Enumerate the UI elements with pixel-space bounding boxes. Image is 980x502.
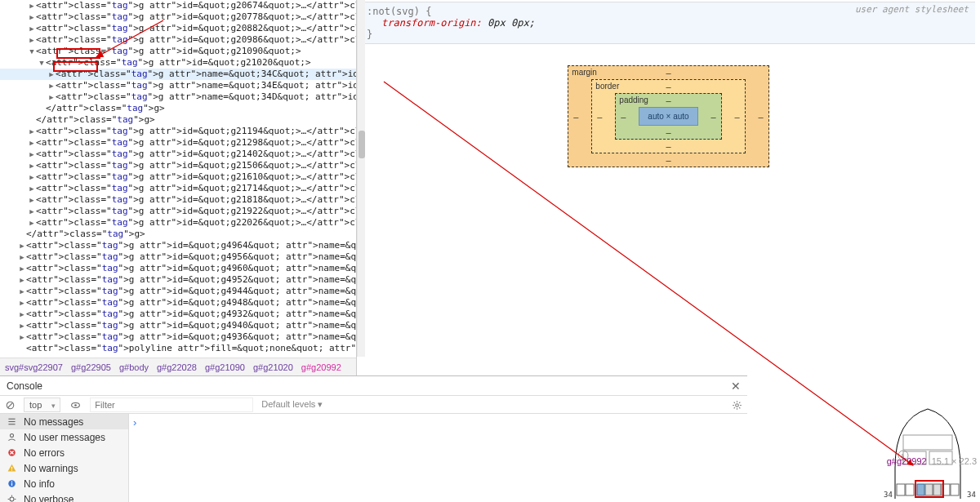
svg-line-10 xyxy=(739,407,740,408)
breadcrumb-item[interactable]: g#body xyxy=(119,362,149,372)
tree-row[interactable]: ▼<attr">class="tag">g attr">id=&quot;g21… xyxy=(0,57,356,69)
breadcrumb[interactable]: svg#svg22907g#g22905g#bodyg#g22028g#g210… xyxy=(0,358,356,375)
css-rule[interactable]: user agent stylesheet :not(svg) { transf… xyxy=(360,2,975,43)
live-expression-icon[interactable] xyxy=(69,398,82,410)
svg-point-25 xyxy=(10,497,14,501)
svg-rect-35 xyxy=(897,484,905,495)
svg-rect-24 xyxy=(11,482,12,482)
svg-line-12 xyxy=(734,407,735,408)
info-icon xyxy=(7,478,17,489)
svg-line-11 xyxy=(739,402,740,402)
log-levels[interactable]: Default levels ▾ xyxy=(261,399,323,410)
svg-line-9 xyxy=(734,402,735,402)
tree-row[interactable]: </attr">class="tag">g> xyxy=(0,114,356,126)
console-filter-list[interactable]: No messages xyxy=(0,414,128,429)
tree-row[interactable]: ▶<attr">class="tag">g attr">id=&quot;g49… xyxy=(0,331,356,343)
svg-rect-38 xyxy=(951,484,959,495)
selected-seat-group[interactable] xyxy=(915,481,943,497)
tree-row[interactable]: ▶<attr">class="tag">g attr">id=&quot;g20… xyxy=(0,11,356,23)
tree-row[interactable]: ▼<attr">class="tag">g attr">id=&quot;g21… xyxy=(0,46,356,57)
tree-row[interactable]: ▶<attr">class="tag">g attr">id=&quot;g21… xyxy=(0,194,356,206)
tree-row[interactable]: ▶<attr">class="tag">g attr">name=&quot;3… xyxy=(0,80,356,91)
warn-icon xyxy=(7,463,17,473)
breadcrumb-item[interactable]: g#g21020 xyxy=(253,362,293,372)
svg-rect-40 xyxy=(925,484,933,495)
user-icon xyxy=(7,432,17,442)
verbose-icon xyxy=(7,494,17,502)
breadcrumb-item[interactable]: g#g20992 xyxy=(301,362,341,372)
tree-row[interactable]: ▶<attr">class="tag">g attr">id=&quot;g49… xyxy=(0,274,356,286)
tree-row[interactable]: ▶<attr">class="tag">g attr">id=&quot;g21… xyxy=(0,126,356,137)
dom-tree[interactable]: ▶<attr">class="tag">g attr">id=&quot;g20… xyxy=(0,0,356,358)
row-label: 34 xyxy=(884,491,893,499)
svg-rect-20 xyxy=(11,467,12,469)
tree-row[interactable]: ▶<attr">class="tag">g attr">id=&quot;g20… xyxy=(0,34,356,46)
scrollbar-thumb[interactable] xyxy=(359,131,365,158)
clear-console-icon[interactable] xyxy=(5,398,16,410)
box-label-padding: padding xyxy=(619,96,648,104)
tree-row[interactable]: ▶<attr">class="tag">g attr">name=&quot;3… xyxy=(0,69,356,80)
css-property-name[interactable]: transform-origin xyxy=(381,17,476,29)
console-drawer: Console ✕ top Default levels ▾ No messag… xyxy=(0,375,747,502)
tree-row[interactable]: ▶<attr">class="tag">g attr">id=&quot;g20… xyxy=(0,23,356,34)
console-filter-user[interactable]: No user messages xyxy=(0,429,128,445)
console-title: Console xyxy=(7,380,42,392)
tree-row[interactable]: ▶<attr">class="tag">g attr">id=&quot;g49… xyxy=(0,240,356,251)
row-label: 34 xyxy=(967,491,976,499)
css-property-value[interactable]: 0px 0px; xyxy=(488,17,535,29)
svg-rect-21 xyxy=(11,469,12,470)
gear-icon[interactable] xyxy=(732,398,742,410)
console-filter-info[interactable]: No info xyxy=(0,476,128,491)
tree-row[interactable]: ▶<attr">class="tag">g attr">id=&quot;g49… xyxy=(0,263,356,274)
tree-row[interactable]: ▶<attr">class="tag">g attr">name=&quot;3… xyxy=(0,91,356,103)
prompt-icon: › xyxy=(133,416,136,429)
seat-tooltip: g#g20992 15.1 × 22.3 xyxy=(887,456,977,466)
svg-line-1 xyxy=(7,402,13,408)
close-icon[interactable]: ✕ xyxy=(731,380,741,393)
box-label-margin: margin xyxy=(572,68,597,77)
tree-row[interactable]: ▶<attr">class="tag">g attr">id=&quot;g21… xyxy=(0,171,356,183)
tree-row[interactable]: ▶<attr">class="tag">g attr">id=&quot;g22… xyxy=(0,217,356,229)
tree-row[interactable]: ▶<attr">class="tag">g attr">id=&quot;g49… xyxy=(0,297,356,309)
svg-point-16 xyxy=(10,433,13,437)
tree-row[interactable]: </attr">class="tag">g> xyxy=(0,103,356,114)
tree-row[interactable]: ▶<attr">class="tag">g attr">id=&quot;g21… xyxy=(0,206,356,217)
tree-row[interactable]: ▶<attr">class="tag">g attr">id=&quot;g49… xyxy=(0,251,356,263)
svg-rect-30 xyxy=(903,435,952,450)
seatmap-preview[interactable]: 34 34 A xyxy=(879,402,977,499)
tree-row[interactable]: ▶<attr">class="tag">g attr">id=&quot;g21… xyxy=(0,160,356,171)
tree-row[interactable]: ▶<attr">class="tag">g attr">id=&quot;g20… xyxy=(0,0,356,11)
vertical-scrollbar[interactable] xyxy=(357,0,365,357)
svg-rect-36 xyxy=(906,484,914,495)
styles-pane: user agent stylesheet :not(svg) { transf… xyxy=(357,0,980,375)
breadcrumb-item[interactable]: g#g21090 xyxy=(205,362,245,372)
svg-rect-39 xyxy=(917,484,924,495)
box-label-border: border xyxy=(595,82,619,91)
svg-rect-41 xyxy=(933,484,941,495)
console-sidebar[interactable]: No messagesNo user messagesNo errorsNo w… xyxy=(0,414,129,502)
console-filter-error[interactable]: No errors xyxy=(0,445,128,460)
svg-point-3 xyxy=(74,404,77,406)
context-selector[interactable]: top xyxy=(24,398,60,412)
stylesheet-origin: user agent stylesheet xyxy=(855,4,969,15)
tree-row[interactable]: ▶<attr">class="tag">g attr">id=&quot;g49… xyxy=(0,320,356,331)
console-filter-warn[interactable]: No warnings xyxy=(0,460,128,476)
tree-row[interactable]: ▶<attr">class="tag">g attr">id=&quot;g21… xyxy=(0,183,356,194)
breadcrumb-item[interactable]: svg#svg22907 xyxy=(5,362,63,372)
rule-close: } xyxy=(367,29,969,40)
console-filter-verbose[interactable]: No verbose xyxy=(0,491,128,502)
box-content-size: auto × auto xyxy=(639,107,697,126)
tree-row[interactable]: ▶<attr">class="tag">g attr">id=&quot;g49… xyxy=(0,286,356,297)
breadcrumb-item[interactable]: g#g22028 xyxy=(157,362,197,372)
svg-point-4 xyxy=(736,403,739,406)
filter-input[interactable] xyxy=(90,398,253,412)
tree-row[interactable]: <attr">class="tag">polyline attr">fill=&… xyxy=(0,343,356,354)
tree-row[interactable]: ▶<attr">class="tag">g attr">id=&quot;g49… xyxy=(0,309,356,320)
tree-row[interactable]: </attr">class="tag">g> xyxy=(0,229,356,240)
tree-row[interactable]: ▶<attr">class="tag">g attr">id=&quot;g21… xyxy=(0,137,356,149)
svg-rect-23 xyxy=(11,483,12,486)
console-body[interactable]: › xyxy=(129,414,747,502)
breadcrumb-item[interactable]: g#g22905 xyxy=(71,362,111,372)
box-model[interactable]: margin –––– border –––– padding –––– aut… xyxy=(357,65,980,167)
tree-row[interactable]: ▶<attr">class="tag">g attr">id=&quot;g21… xyxy=(0,149,356,160)
